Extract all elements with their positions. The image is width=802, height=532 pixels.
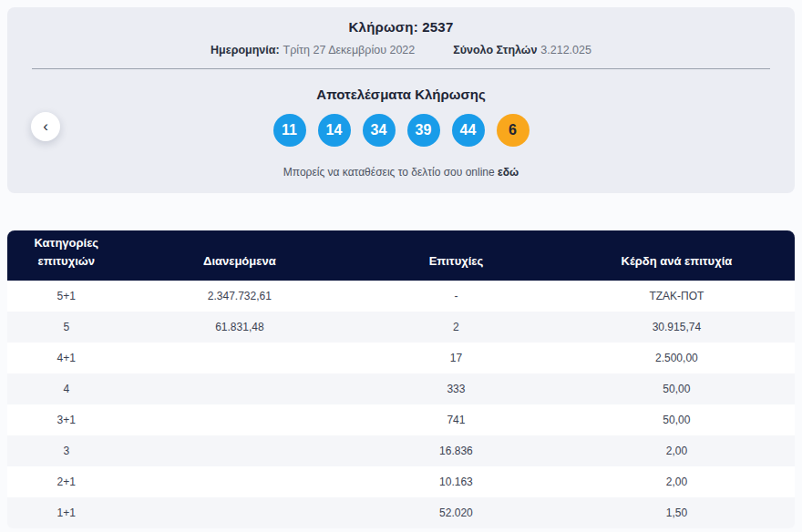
cell-prize: ΤΖΑΚ-ΠΟΤ (559, 281, 795, 312)
cell-category: 1+1 (7, 497, 126, 528)
cell-distributed (126, 343, 355, 373)
online-submit-link[interactable]: εδώ (498, 166, 519, 179)
cell-prize: 2.500,00 (559, 343, 795, 373)
number-ball: 44 (452, 114, 485, 147)
table-row: 2+1 10.163 2,00 (7, 466, 795, 497)
table-row: 3 16.836 2,00 (7, 435, 795, 466)
table-row: 5 61.831,48 2 30.915,74 (7, 312, 795, 343)
drawn-numbers: 11 14 34 39 44 6 (7, 114, 795, 147)
draw-date-label: Ημερομηνία: (211, 44, 280, 56)
table-row: 1+1 52.020 1,50 (7, 497, 795, 528)
total-columns-value: 3.212.025 (540, 44, 591, 56)
draw-title-label: Κλήρωση: (349, 19, 418, 35)
cell-prize: 2,00 (559, 435, 795, 466)
online-submit-note-text: Μπορείς να καταθέσεις το δελτίο σου onli… (283, 166, 495, 179)
cell-prize: 50,00 (559, 404, 795, 435)
cell-winners: - (354, 281, 559, 312)
column-header-categories-line2: επιτυχιών (7, 252, 126, 271)
draw-meta: Ημερομηνία:Τρίτη 27 Δεκεμβρίου 2022 Σύνο… (7, 44, 795, 56)
cell-winners: 16.836 (354, 435, 559, 466)
table-row: 5+1 2.347.732,61 - ΤΖΑΚ-ΠΟΤ (7, 281, 795, 312)
prize-table-card: Κατηγορίες επιτυχιών Διανεμόμενα Επιτυχί… (7, 230, 795, 528)
cell-category: 5+1 (7, 281, 126, 312)
cell-category: 4 (7, 373, 126, 404)
cell-winners: 2 (354, 312, 559, 343)
number-ball: 14 (318, 114, 351, 147)
cell-distributed (126, 466, 355, 497)
draw-date: Ημερομηνία:Τρίτη 27 Δεκεμβρίου 2022 (211, 44, 415, 56)
column-header-prize: Κέρδη ανά επιτυχία (559, 230, 795, 281)
cell-category: 4+1 (7, 343, 126, 373)
draw-number: 2537 (422, 19, 453, 35)
cell-category: 5 (7, 312, 126, 343)
cell-distributed: 61.831,48 (126, 312, 355, 343)
cell-distributed (126, 435, 355, 466)
number-ball: 39 (407, 114, 440, 147)
cell-distributed (126, 373, 355, 404)
cell-prize: 30.915,74 (559, 312, 795, 343)
online-submit-note: Μπορείς να καταθέσεις το δελτίο σου onli… (7, 166, 795, 179)
cell-prize: 50,00 (559, 373, 795, 404)
prize-table-header: Κατηγορίες επιτυχιών Διανεμόμενα Επιτυχί… (7, 230, 795, 281)
column-header-categories: Κατηγορίες επιτυχιών (7, 230, 126, 281)
number-ball: 34 (363, 114, 396, 147)
column-header-categories-line1: Κατηγορίες (7, 234, 126, 252)
cell-category: 3 (7, 435, 126, 466)
cell-winners: 10.163 (354, 466, 559, 497)
table-row: 4 333 50,00 (7, 373, 795, 404)
prize-table-body: 5+1 2.347.732,61 - ΤΖΑΚ-ΠΟΤ 5 61.831,48 … (7, 281, 795, 528)
cell-category: 3+1 (7, 404, 126, 435)
cell-category: 2+1 (7, 466, 126, 497)
draw-title: Κλήρωση: 2537 (7, 7, 795, 35)
cell-winners: 17 (354, 343, 559, 373)
column-header-distributed: Διανεμόμενα (126, 230, 355, 281)
column-header-winners: Επιτυχίες (354, 230, 559, 281)
total-columns-label: Σύνολο Στηλών (453, 44, 537, 56)
cell-distributed: 2.347.732,61 (126, 281, 355, 312)
chevron-left-icon: ‹ (43, 118, 48, 134)
cell-distributed (126, 497, 355, 528)
prize-table: Κατηγορίες επιτυχιών Διανεμόμενα Επιτυχί… (7, 230, 795, 528)
cell-winners: 333 (354, 373, 559, 404)
cell-winners: 52.020 (354, 497, 559, 528)
cell-distributed (126, 404, 355, 435)
table-row: 4+1 17 2.500,00 (7, 343, 795, 373)
table-row: 3+1 741 50,00 (7, 404, 795, 435)
results-title: Αποτελέσματα Κλήρωσης (7, 87, 795, 102)
card-divider (32, 68, 770, 69)
cell-prize: 2,00 (559, 466, 795, 497)
total-columns: Σύνολο Στηλών3.212.025 (453, 44, 591, 56)
previous-draw-button[interactable]: ‹ (31, 112, 60, 141)
draw-summary-card: Κλήρωση: 2537 Ημερομηνία:Τρίτη 27 Δεκεμβ… (7, 7, 795, 193)
number-ball: 11 (273, 114, 306, 147)
cell-winners: 741 (354, 404, 559, 435)
joker-ball: 6 (497, 114, 530, 147)
cell-prize: 1,50 (559, 497, 795, 528)
draw-date-value: Τρίτη 27 Δεκεμβρίου 2022 (283, 44, 416, 56)
